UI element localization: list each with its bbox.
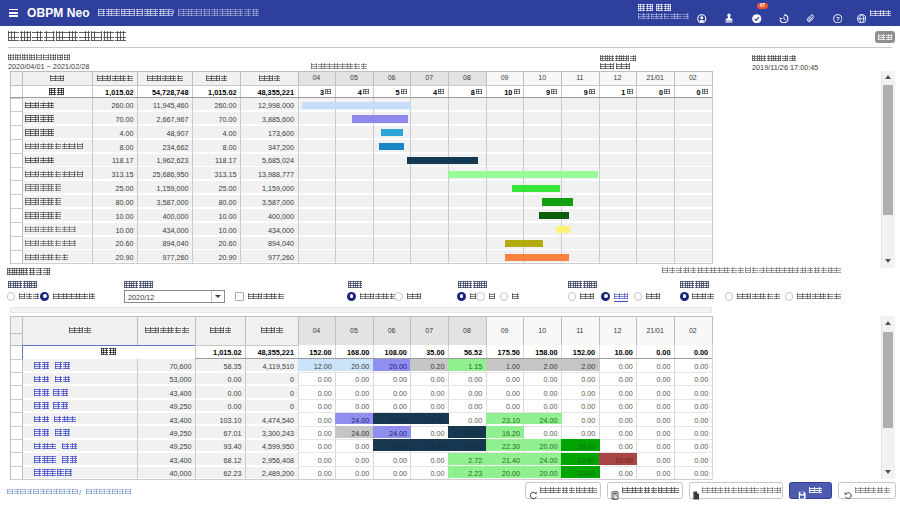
- svg-text:?: ?: [835, 16, 839, 22]
